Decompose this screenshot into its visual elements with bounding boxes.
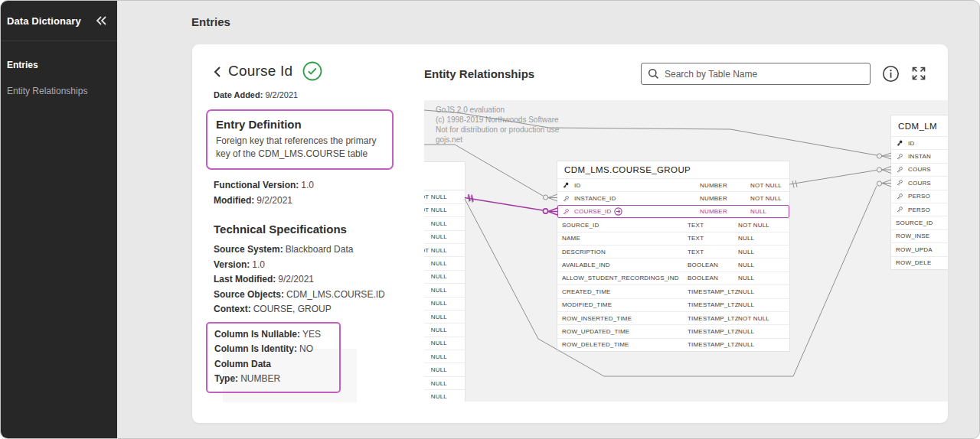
table-row[interactable]: MODIFIED_TIME TIMESTAMP_LTZ NULL <box>557 298 789 311</box>
table-row[interactable]: NULL <box>424 377 465 390</box>
table-row[interactable]: PERSO <box>891 203 948 216</box>
table-row[interactable]: NULL <box>424 284 465 297</box>
table-row[interactable]: COURS <box>891 176 948 189</box>
entry-field: Modified:9/2/2021 <box>214 193 422 209</box>
column-type: TIMESTAMP_LTZ <box>688 341 738 348</box>
table-row[interactable]: COURSE_ID NUMBER NULL <box>557 205 789 218</box>
table-row[interactable]: INSTAN <box>891 149 948 162</box>
table-row[interactable]: SOURCE_ID <box>891 216 948 229</box>
field-value: 9/2/2021 <box>256 195 292 206</box>
column-attr-field: Column Is Identity:NO <box>214 342 332 357</box>
table-row[interactable]: NULL <box>424 350 465 363</box>
date-added: Date Added:9/2/2021 <box>214 90 422 99</box>
table-row[interactable]: NULL <box>424 311 465 324</box>
column-type: TIMESTAMP_LTZ <box>688 288 738 295</box>
column-type: NUMBER <box>700 208 750 215</box>
table-row[interactable]: INSTANCE_ID NUMBER NOT NULL <box>557 191 789 204</box>
table-row[interactable]: NOT NULL <box>424 244 465 257</box>
tech-field: Last Modified:9/2/2021 <box>214 272 422 288</box>
table-row[interactable]: NOT NULL <box>424 204 465 217</box>
table-row[interactable]: NAME TEXT NULL <box>557 232 789 245</box>
er-diagram-canvas[interactable]: GoJS 2.0 evaluation(c) 1998-2019 Northwo… <box>424 100 948 402</box>
table-search <box>641 63 871 85</box>
column-nullable: NULL <box>431 233 447 240</box>
table-row[interactable]: NULL <box>424 231 465 244</box>
table-row[interactable]: NULL <box>424 390 465 402</box>
field-value: YES <box>302 329 321 340</box>
table-row[interactable]: AVAILABLE_IND BOOLEAN NULL <box>557 258 789 271</box>
table-row[interactable]: ID NUMBER NOT NULL <box>557 178 789 191</box>
key-icon <box>562 208 571 216</box>
table-row[interactable]: ROW_INSERTED_TIME TIMESTAMP_LTZ NOT NULL <box>557 311 789 324</box>
column-name: ID <box>908 140 914 147</box>
entry-definition-body: Foreign key that references the primary … <box>216 135 386 161</box>
column-type: NUMBER <box>700 195 750 202</box>
table-row[interactable]: ID <box>891 136 948 149</box>
field-label: Last Modified: <box>214 274 276 285</box>
table-row[interactable]: NULL <box>424 298 465 311</box>
search-input[interactable] <box>665 69 864 80</box>
back-button[interactable] <box>214 64 221 78</box>
table-row[interactable]: NULL <box>424 324 465 337</box>
tech-specs-fields: Source System:Blackboard DataVersion:1.0… <box>214 242 422 317</box>
column-name: SOURCE_ID <box>896 220 933 226</box>
table-row[interactable]: ROW_DELETED_TIME TIMESTAMP_LTZ NULL <box>557 338 789 351</box>
column-name: ID <box>574 182 580 189</box>
table-row[interactable]: NULL <box>424 217 465 230</box>
key-icon <box>896 206 905 213</box>
column-name: CREATED_TIME <box>562 288 611 295</box>
double-chevron-left-icon[interactable] <box>96 15 108 26</box>
entry-title: Course Id <box>228 63 292 80</box>
tech-field: Source System:Blackboard Data <box>214 242 422 258</box>
expand-fullscreen-icon[interactable] <box>910 65 927 82</box>
tech-field: Version:1.0 <box>214 258 422 273</box>
er-table-right-clipped[interactable]: CDM_LM ID INSTAN <box>891 115 948 269</box>
table-row[interactable]: ROW_UPDA <box>891 242 948 255</box>
table-row[interactable]: DESCRIPTION TEXT NULL <box>557 245 789 258</box>
column-name: NAME <box>562 235 580 242</box>
field-label: Version: <box>214 259 250 270</box>
table-row[interactable]: ROW_INSE <box>891 229 948 242</box>
column-type: TEXT <box>688 222 738 229</box>
column-attrs-box: Column Is Nullable:YESColumn Is Identity… <box>206 322 341 393</box>
sidebar-title: Data Dictionary <box>7 15 81 27</box>
table-row[interactable]: ROW_DELE <box>891 256 948 269</box>
column-name: COURSE_ID <box>574 208 611 215</box>
key-icon <box>562 181 571 189</box>
table-row[interactable]: CREATED_TIME TIMESTAMP_LTZ NULL <box>557 285 789 298</box>
field-label: Column Is Identity: <box>214 343 297 354</box>
column-nullable: NULL <box>431 220 447 227</box>
entry-fields: Functional Version:1.0Modified:9/2/2021 <box>214 178 422 208</box>
table-row[interactable]: COURS <box>891 163 948 176</box>
info-icon[interactable] <box>882 65 900 83</box>
table-row[interactable]: NULL <box>424 363 465 376</box>
table-row[interactable]: NULL <box>424 271 465 284</box>
table-row[interactable]: NULL <box>424 337 465 350</box>
table-row[interactable]: NULL <box>424 257 465 270</box>
table-row[interactable]: PERSO <box>891 190 948 203</box>
watermark-line: Not for distribution or production use <box>436 125 559 135</box>
column-name: ROW_DELE <box>896 259 932 266</box>
column-nullable: NULL <box>738 328 754 335</box>
tech-field: Context:COURSE, GROUP <box>214 302 422 317</box>
column-nullable: NULL <box>750 208 766 215</box>
date-added-label: Date Added: <box>214 90 263 99</box>
table-title: CDM_LMS.COURSE_GROUP <box>557 161 789 178</box>
table-row[interactable]: SOURCE_ID TEXT NOT NULL <box>557 218 789 231</box>
er-table-left-clipped[interactable]: NOT NULLNOT NULLNULLNULLNOT NULLNULLNULL… <box>424 162 465 402</box>
sidebar-header: Data Dictionary <box>1 1 117 41</box>
sidebar-item[interactable]: Entity Relationships <box>1 78 117 104</box>
er-table-course-group[interactable]: CDM_LMS.COURSE_GROUP ID NUMBER NOT NULL <box>557 161 789 351</box>
sidebar-item[interactable]: Entries <box>1 52 117 78</box>
goto-arrow-icon[interactable] <box>614 207 622 216</box>
column-nullable: NULL <box>738 341 754 348</box>
sidebar-nav: EntriesEntity Relationships <box>1 41 117 104</box>
table-title: CDM_LM <box>891 115 948 136</box>
table-row[interactable]: ROW_UPDATED_TIME TIMESTAMP_LTZ NULL <box>557 324 789 337</box>
table-row[interactable]: NOT NULL <box>424 190 465 203</box>
key-icon <box>562 195 571 203</box>
column-type: TEXT <box>688 235 738 242</box>
column-name: COURS <box>908 180 931 187</box>
app-window: Data Dictionary EntriesEntity Relationsh… <box>0 0 980 439</box>
table-row[interactable]: ALLOW_STUDENT_RECORDINGS_IND BOOLEAN NUL… <box>557 272 789 285</box>
